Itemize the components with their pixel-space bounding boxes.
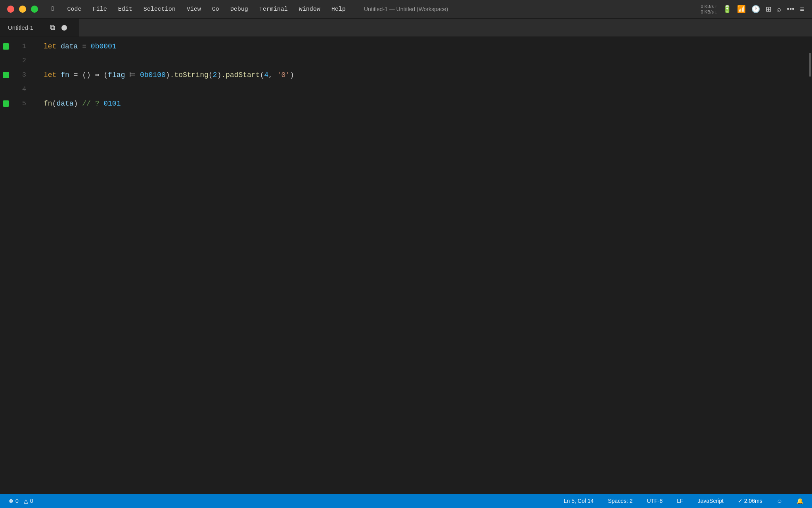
more-icon[interactable]: ••• [787,5,795,13]
minimize-button[interactable] [19,6,26,13]
editor-tab[interactable]: Untitled-1 ⧉ [0,19,79,37]
apple-menu[interactable]:  [46,4,61,14]
tab-title: Untitled-1 [8,24,33,31]
num-bin-token: 0b0001 [91,42,117,50]
titlebar:  Code File Edit Selection View Go Debug… [0,0,812,19]
code-line: 2 [0,54,806,68]
arrow-token: ⇒ [95,71,104,79]
scrollbar[interactable] [806,37,812,494]
menu-go[interactable]: Go [207,4,224,14]
code-text[interactable]: fn(data) // ? 0101 [36,96,806,111]
code-text[interactable]: let fn = () ⇒ (flag ⊨ 0b0100).toString(2… [36,68,806,82]
status-bar: ⊗ 0 △ 0 Ln 5, Col 14 Spaces: 2 UTF-8 LF … [0,494,812,508]
breakpoint-col[interactable] [0,72,12,78]
error-icon: ⊗ [9,498,13,504]
method-token: .padStart [221,71,260,79]
line-number: 1 [12,39,36,54]
bell-icon[interactable]: 🔔 [794,497,806,505]
paren-token: ) [74,100,82,108]
line-number: 2 [12,54,36,68]
menu-debug[interactable]: Debug [226,4,253,14]
menu-view[interactable]: View [182,4,206,14]
kw-let-token: let [44,71,61,79]
scrollbar-thumb[interactable] [809,53,811,77]
comment-val-token: 0101 [103,100,121,108]
menu-bar:  Code File Edit Selection View Go Debug… [46,4,701,14]
var-token: flag [108,71,125,79]
unsaved-indicator [61,25,67,31]
editor-container: 1let data = 0b000123let fn = () ⇒ (flag … [0,37,812,494]
method-token: .toString [170,71,209,79]
breakpoint-col[interactable] [0,43,12,50]
error-count: 0 [15,498,19,504]
titlebar-right: 0 KB/s ↑ 0 KB/s ↓ 🔋 📶 🕐 ⊞ ⌕ ••• ≡ [701,4,812,15]
clock-icon: 🕐 [751,5,760,13]
traffic-lights [0,6,38,13]
paren-token: ( [52,100,57,108]
editor-content[interactable]: 1let data = 0b000123let fn = () ⇒ (flag … [0,37,806,494]
breakpoint-col[interactable] [0,100,12,107]
op-token: = [78,42,90,50]
code-line: 1let data = 0b0001 [0,39,806,54]
code-line: 4 [0,82,806,96]
encoding[interactable]: UTF-8 [645,497,665,505]
paren-token: ( [260,71,264,79]
language-mode[interactable]: JavaScript [695,497,726,505]
list-icon[interactable]: ≡ [800,5,804,13]
menu-help[interactable]: Help [327,4,350,14]
menu-file[interactable]: File [88,4,112,14]
fn-name-token: fn [44,100,52,108]
close-button[interactable] [7,6,14,13]
tab-right-icons: ⧉ [50,23,71,32]
op-token: ⊨ [125,71,140,79]
menu-window[interactable]: Window [294,4,325,14]
menu-edit[interactable]: Edit [113,4,137,14]
network-stats: 0 KB/s ↑ 0 KB/s ↓ [701,4,717,15]
paren-token: ) [166,71,170,79]
paren-token: ) [290,71,294,79]
cursor-position[interactable]: Ln 5, Col 14 [561,497,596,505]
menu-selection[interactable]: Selection [139,4,180,14]
var-token: fn [61,71,69,79]
breakpoint-dot [3,43,9,50]
line-number: 4 [12,82,36,96]
code-line: 5fn(data) // ? 0101 [0,96,806,111]
wifi-icon: 📶 [737,5,746,13]
num-bin-token: 4 [264,71,268,79]
tab-bar: Untitled-1 ⧉ [0,19,812,37]
menu-terminal[interactable]: Terminal [255,4,293,14]
timing-status[interactable]: ✓ 2.06ms [735,497,765,505]
var-token: data [56,100,73,108]
smiley-icon[interactable]: ☺ [774,497,785,505]
line-number: 3 [12,68,36,82]
errors-status[interactable]: ⊗ 0 △ 0 [6,497,36,505]
breakpoint-dot [3,72,9,78]
comment-token: // ? [82,100,103,108]
network-up: 0 KB/s ↑ [701,4,717,9]
paren-token: ( [103,71,108,79]
op-token: = [69,71,82,79]
kw-let-token: let [44,42,61,50]
num-bin-token: 0b0100 [140,71,166,79]
battery-icon: 🔋 [723,5,732,13]
str-token: '0' [277,71,290,79]
op-token: , [268,71,277,79]
warning-icon: △ [24,498,28,504]
menu-code[interactable]: Code [63,4,86,14]
paren-token: ) [217,71,221,79]
code-text[interactable]: let data = 0b0001 [36,39,806,54]
control-center-icon[interactable]: ⊞ [766,5,772,13]
indentation[interactable]: Spaces: 2 [605,497,635,505]
spotlight-icon[interactable]: ⌕ [777,5,781,13]
split-editor-icon[interactable]: ⧉ [50,23,55,32]
num-bin-token: 2 [213,71,217,79]
status-left: ⊗ 0 △ 0 [6,497,36,505]
paren-token: ( [209,71,213,79]
var-token: data [61,42,78,50]
warning-count: 0 [30,498,33,504]
maximize-button[interactable] [31,6,38,13]
breakpoint-dot [3,100,9,107]
line-ending[interactable]: LF [674,497,686,505]
status-right: Ln 5, Col 14 Spaces: 2 UTF-8 LF JavaScri… [561,497,806,505]
code-line: 3let fn = () ⇒ (flag ⊨ 0b0100).toString(… [0,68,806,82]
